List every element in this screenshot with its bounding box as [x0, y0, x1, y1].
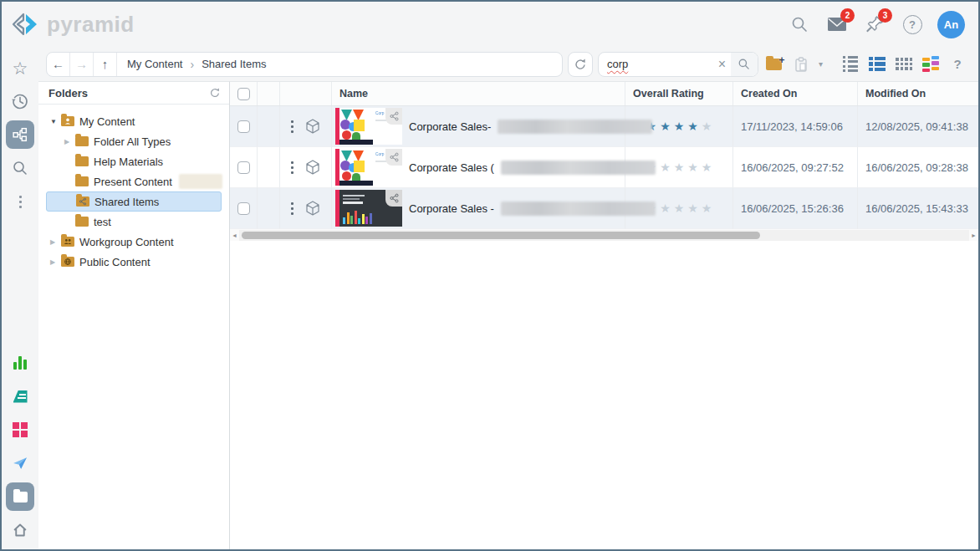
- clear-search-icon[interactable]: ×: [713, 57, 731, 72]
- list-view-button[interactable]: [840, 54, 861, 75]
- tree-item-present-content[interactable]: Present Content: [38, 171, 229, 191]
- scrollbar-track[interactable]: [239, 230, 969, 241]
- star-icon[interactable]: ★: [674, 161, 685, 173]
- row-menu-icon[interactable]: [291, 161, 293, 174]
- item-thumbnail[interactable]: Corp: [335, 149, 402, 186]
- column-header-modified[interactable]: Modified On: [858, 82, 978, 105]
- star-icon[interactable]: ★: [702, 161, 712, 173]
- refresh-button[interactable]: [568, 52, 593, 77]
- tree-item-workgroup-content[interactable]: ▶ Workgroup Content: [38, 232, 229, 252]
- run-search-button[interactable]: [731, 53, 758, 76]
- help-button[interactable]: ?: [900, 12, 925, 37]
- collapse-arrow-icon[interactable]: ▶: [64, 138, 75, 145]
- created-on-value: 16/06/2025, 09:27:52: [733, 147, 858, 188]
- item-thumbnail[interactable]: Corp: [335, 108, 402, 145]
- more-options-button[interactable]: [6, 187, 34, 216]
- item-name[interactable]: Corporate Sales (: [409, 161, 494, 174]
- toolbar-help-button[interactable]: ?: [947, 54, 968, 75]
- presentation-icon: [13, 390, 28, 403]
- recent-button[interactable]: [6, 87, 34, 115]
- notifications-button[interactable]: 3: [862, 12, 887, 37]
- star-icon[interactable]: ★: [660, 202, 671, 214]
- breadcrumb-root[interactable]: My Content: [127, 58, 182, 70]
- table-row[interactable]: Corp: [230, 106, 978, 147]
- search-panel-button[interactable]: [6, 154, 34, 182]
- up-button[interactable]: ↑: [94, 53, 117, 76]
- item-thumbnail[interactable]: [335, 190, 402, 227]
- tree-item-shared-items[interactable]: Shared Items: [46, 191, 222, 212]
- modified-on-value: 16/06/2025, 09:28:38: [858, 147, 978, 188]
- column-header-name[interactable]: Name: [332, 82, 625, 105]
- model-cube-icon[interactable]: [304, 159, 321, 176]
- star-icon[interactable]: ★: [674, 120, 685, 132]
- bar-chart-icon: [13, 356, 27, 370]
- row-checkbox[interactable]: [237, 202, 250, 215]
- tree-item-public-content[interactable]: ▶ Public Content: [38, 252, 229, 272]
- paste-button[interactable]: [790, 54, 812, 75]
- expand-arrow-icon[interactable]: ▼: [50, 118, 61, 125]
- paste-dropdown-caret[interactable]: ▾: [817, 59, 824, 69]
- pyramid-logo: pyramid: [12, 12, 135, 38]
- discover-button[interactable]: [6, 349, 34, 377]
- horizontal-scrollbar[interactable]: ◄ ►: [230, 229, 978, 241]
- forward-button[interactable]: →: [70, 53, 94, 76]
- favorites-button[interactable]: ☆: [6, 54, 34, 82]
- model-cube-icon[interactable]: [304, 118, 321, 135]
- new-folder-button[interactable]: +: [763, 54, 785, 75]
- collapse-arrow-icon[interactable]: ▶: [50, 238, 61, 246]
- group-by-button[interactable]: [920, 54, 942, 75]
- row-checkbox[interactable]: [237, 120, 250, 133]
- breadcrumb-current[interactable]: Shared Items: [202, 58, 266, 70]
- global-search-button[interactable]: [787, 12, 812, 37]
- distribute-button[interactable]: [6, 449, 34, 477]
- app-header: pyramid 2 3: [2, 2, 978, 47]
- tree-item-help-materials[interactable]: Help Materials: [38, 151, 229, 171]
- row-menu-icon[interactable]: [291, 202, 293, 215]
- item-name[interactable]: Corporate Sales -: [409, 202, 494, 215]
- home-button[interactable]: [6, 516, 34, 544]
- tree-view-button[interactable]: [6, 120, 34, 149]
- column-header-rating[interactable]: Overall Rating: [625, 82, 733, 105]
- row-menu-icon[interactable]: [291, 120, 293, 133]
- kebab-icon: [19, 196, 22, 208]
- created-on-value: 17/11/2023, 14:59:06: [733, 106, 858, 147]
- messages-button[interactable]: 2: [824, 12, 850, 37]
- present-button[interactable]: [6, 382, 34, 411]
- avatar[interactable]: An: [937, 11, 965, 38]
- column-header-created[interactable]: Created On: [733, 82, 858, 105]
- item-name[interactable]: Corporate Sales-: [409, 120, 491, 133]
- tree-item-my-content[interactable]: ▼ My Content: [38, 111, 229, 131]
- model-cube-icon[interactable]: [304, 200, 321, 217]
- messages-badge: 2: [840, 8, 855, 23]
- grid-view-icon: [896, 58, 912, 70]
- star-icon[interactable]: ★: [687, 202, 698, 214]
- folder-icon: [75, 156, 89, 166]
- star-icon[interactable]: ★: [687, 161, 698, 173]
- shared-folder-icon: [76, 196, 89, 207]
- star-icon[interactable]: ★: [660, 120, 671, 132]
- scroll-right-icon[interactable]: ►: [969, 232, 978, 238]
- collapse-arrow-icon[interactable]: ▶: [50, 258, 61, 266]
- tree-item-test[interactable]: test: [38, 212, 229, 232]
- back-button[interactable]: ←: [47, 53, 70, 76]
- star-icon[interactable]: ★: [702, 202, 712, 214]
- star-icon[interactable]: ★: [702, 120, 712, 132]
- star-icon[interactable]: ★: [674, 202, 685, 214]
- scrollbar-thumb[interactable]: [242, 232, 760, 239]
- content-button[interactable]: [6, 482, 34, 511]
- star-icon[interactable]: ★: [660, 161, 671, 173]
- table-row[interactable]: Corp: [230, 147, 978, 188]
- table-row[interactable]: Corporate Sales - ★★★★★ 16/06/2025, 15:2…: [230, 188, 978, 229]
- select-all-checkbox[interactable]: [237, 88, 250, 100]
- grid-view-button[interactable]: [893, 54, 915, 75]
- row-checkbox[interactable]: [237, 161, 250, 174]
- detail-view-button[interactable]: [866, 54, 888, 75]
- refresh-folders-icon[interactable]: [209, 87, 221, 99]
- scroll-left-icon[interactable]: ◄: [230, 232, 239, 238]
- star-icon[interactable]: ★: [687, 120, 698, 132]
- search-input[interactable]: corp: [607, 58, 713, 70]
- left-rail: ☆: [2, 47, 38, 549]
- publish-button[interactable]: [6, 416, 34, 444]
- breadcrumb: My Content › Shared Items: [117, 58, 276, 71]
- tree-item-folder-all-types[interactable]: ▶ Folder All Types: [38, 131, 229, 151]
